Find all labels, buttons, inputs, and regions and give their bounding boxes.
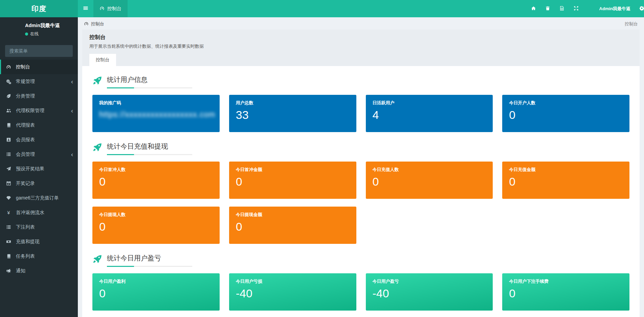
sidebar-item-label: 代理报表 <box>16 122 35 128</box>
card-grid: 今日用户盈利0今日用户亏损-40今日用户盈亏-40今日用户下注手续费0 <box>92 273 629 311</box>
sidebar-item-label: 分类管理 <box>16 93 35 99</box>
top-navbar: 印度 控制台 Admin我最牛逼 <box>0 0 644 17</box>
gauge-icon <box>5 64 12 69</box>
stat-card-label: 我的推广码 <box>99 100 213 106</box>
rocket-icon <box>92 76 103 87</box>
stat-card: 今日充值人数0 <box>366 162 493 199</box>
bullhorn-icon <box>5 268 12 273</box>
navbar-username: Admin我最牛逼 <box>599 6 630 12</box>
clear-cache-button[interactable] <box>555 0 569 17</box>
page-header: 控制台 用于展示当前系统中的统计数据、统计报表及重要实时数据 控制台 <box>82 29 640 66</box>
clear-trash-button[interactable] <box>541 0 555 17</box>
sidebar-item-bet-list[interactable]: 下注列表 <box>0 220 78 234</box>
sidebar-item-agent-permission[interactable]: 代理权限管理‹ <box>0 103 78 118</box>
settings-button[interactable] <box>635 0 644 17</box>
rocket-icon <box>92 142 103 154</box>
stat-card-label: 今日用户盈利 <box>99 278 213 284</box>
stat-card-value: 33 <box>236 109 350 121</box>
brand-title: 印度 <box>31 4 46 14</box>
sidebar-item-label: 通知 <box>16 268 25 274</box>
sidebar-item-draw-record[interactable]: 开奖记录 <box>0 176 78 191</box>
stat-card: 今日首冲人数0 <box>92 162 220 199</box>
home-icon <box>531 6 536 12</box>
stat-card-value: 4 <box>373 109 486 121</box>
sidebar-item-member-manage[interactable]: 会员管理‹ <box>0 147 78 162</box>
navbar-tab-console[interactable]: 控制台 <box>93 0 128 17</box>
stat-card-value-redacted: https://xxxxxxxxxxxxxxxxx.com <box>99 110 213 119</box>
money-icon <box>5 239 12 244</box>
page-description: 用于展示当前系统中的统计数据、统计报表及重要实时数据 <box>89 43 632 49</box>
stat-card-label: 用户总数 <box>236 100 350 106</box>
section-title: 统计今日充值和提现 <box>107 142 192 151</box>
stat-card-label: 今日充值金额 <box>509 167 623 173</box>
stat-card-value: 0 <box>99 176 213 188</box>
card-grid: 我的推广码https://xxxxxxxxxxxxxxxxx.com用户总数33… <box>92 95 629 132</box>
send-icon <box>5 166 12 171</box>
stat-card-value: 0 <box>99 221 213 233</box>
fullscreen-button[interactable] <box>569 0 583 17</box>
sidebar-item-first-rebate[interactable]: ¥首冲返佣流水 <box>0 205 78 220</box>
sidebar-item-label: 首冲返佣流水 <box>16 210 44 216</box>
search-input[interactable] <box>5 45 73 57</box>
stat-card-value: 0 <box>509 109 623 121</box>
trash-icon <box>545 6 550 12</box>
breadcrumb: 控制台 控制台 <box>78 17 644 29</box>
stat-card: 我的推广码https://xxxxxxxxxxxxxxxxx.com <box>92 95 220 132</box>
stat-card-value: -40 <box>373 288 486 300</box>
online-status: 在线 <box>25 31 60 37</box>
gauge-icon <box>84 21 89 27</box>
sidebar-item-game6-orders[interactable]: game6三方充值订单 <box>0 191 78 205</box>
book-icon <box>5 254 12 259</box>
breadcrumb-console-link[interactable]: 控制台 <box>84 21 104 27</box>
list-icon <box>5 152 12 157</box>
sidebar-item-agent-report[interactable]: 代理报表 <box>0 118 78 132</box>
sidebar-item-label: 下注列表 <box>16 224 35 230</box>
sidebar-item-notice[interactable]: 通知 <box>0 263 78 278</box>
cache-icon <box>559 6 564 12</box>
stat-card: 今日用户盈利0 <box>92 273 220 311</box>
sidebar-item-label: 充值和提现 <box>16 239 40 245</box>
idcard-icon <box>5 137 12 142</box>
tab-console[interactable]: 控制台 <box>89 54 116 66</box>
stat-card-label: 日活跃用户 <box>373 100 486 106</box>
section-title: 统计今日用户盈亏 <box>107 254 192 263</box>
rocket-icon <box>92 254 103 266</box>
navbar-user-menu[interactable]: Admin我最牛逼 <box>583 4 635 13</box>
stat-card-value: 0 <box>236 176 350 188</box>
section-heading: 统计今日充值和提现 <box>92 142 629 155</box>
book-icon <box>5 123 12 128</box>
page-title: 控制台 <box>89 34 632 41</box>
sidebar-item-member-report[interactable]: 会员报表 <box>0 132 78 147</box>
brand-logo[interactable]: 印度 <box>0 0 78 17</box>
stat-card-label: 今日首冲人数 <box>99 167 213 173</box>
tab-bar: 控制台 <box>89 54 632 66</box>
stat-card-label: 今日提现金额 <box>236 212 350 218</box>
hamburger-icon <box>83 5 88 12</box>
sidebar-toggle-button[interactable] <box>78 0 93 17</box>
stat-card-value: -40 <box>236 288 350 300</box>
sidebar-item-general-manage[interactable]: 常规管理‹ <box>0 74 78 89</box>
navbar-tab-label: 控制台 <box>107 6 121 12</box>
stat-card-label: 今日首冲金额 <box>236 167 350 173</box>
stat-card-label: 今日开户人数 <box>509 100 623 106</box>
navbar-right: Admin我最牛逼 <box>527 0 644 17</box>
section-heading: 统计用户信息 <box>92 75 629 88</box>
sidebar-item-label: game6三方充值订单 <box>16 195 59 201</box>
section-underline <box>107 87 192 88</box>
sidebar-item-category-manage[interactable]: 分类管理 <box>0 89 78 103</box>
home-button[interactable] <box>527 0 541 17</box>
stat-section-1: 统计今日充值和提现今日首冲人数0今日首冲金额0今日充值人数0今日充值金额0今日提… <box>92 142 629 244</box>
stat-card-value: 0 <box>373 176 486 188</box>
sidebar-item-task-list[interactable]: 任务列表 <box>0 249 78 263</box>
sidebar-username: Admin我最牛逼 <box>25 22 60 29</box>
gem-icon <box>5 195 12 200</box>
stat-card-label: 今日用户下注手续费 <box>509 278 623 284</box>
sidebar-item-preset-result[interactable]: 预设开奖结果 <box>0 162 78 176</box>
sidebar-item-label: 代理权限管理 <box>16 108 44 114</box>
card-grid: 今日首冲人数0今日首冲金额0今日充值人数0今日充值金额0今日提现人数0今日提现金… <box>92 162 629 244</box>
stat-card: 今日提现金额0 <box>229 207 356 244</box>
stat-card: 今日首冲金额0 <box>229 162 356 199</box>
sidebar-item-recharge-withdraw[interactable]: 充值和提现 <box>0 234 78 249</box>
sidebar-user-panel: Admin我最牛逼 在线 <box>0 17 78 42</box>
sidebar-item-console[interactable]: 控制台 <box>0 60 78 74</box>
